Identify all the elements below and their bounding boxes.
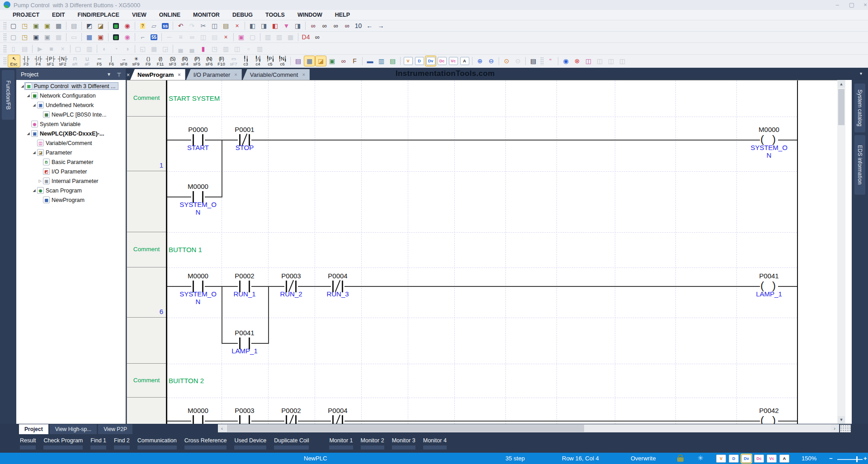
status-view-dc-icon[interactable]: Dc	[754, 455, 764, 463]
insert-line-icon[interactable]: ◨	[259, 21, 269, 31]
rung-margin-cell[interactable]	[127, 398, 166, 424]
rising-edge-button[interactable]: ⊓aR	[69, 55, 81, 67]
module-icon[interactable]: ▢	[247, 32, 258, 42]
dual-monitor-icon[interactable]: ◫	[198, 32, 208, 42]
view-dc-icon[interactable]: Dc	[437, 56, 447, 66]
tab-function-fb[interactable]: Function/FB	[2, 70, 14, 120]
zoom-in-icon[interactable]: ⊕	[475, 56, 485, 66]
output-tab-communication[interactable]: Communication	[137, 437, 177, 450]
bottom-tab-view-p2p[interactable]: View P2P	[98, 424, 132, 434]
comment-bubble-icon[interactable]: “	[545, 56, 556, 66]
slot-a-icon[interactable]: ▥	[263, 32, 273, 42]
reset-coil-button[interactable]: (R)sF4	[179, 55, 191, 67]
tree-expander-icon[interactable]: ▷	[38, 179, 42, 183]
bottom-tab-view-high-sp[interactable]: View High-sp...	[50, 424, 97, 434]
select-mode-button[interactable]: ↖Esc	[8, 55, 20, 67]
tree-item-basic-parameter[interactable]: BBasic Parameter	[16, 157, 126, 167]
open-2-icon[interactable]: ◳	[19, 32, 30, 42]
minimize-button[interactable]: –	[832, 1, 843, 8]
error-check-icon[interactable]: ⊗	[572, 56, 582, 66]
help-icon[interactable]: ?	[137, 21, 148, 31]
status-view-a-icon[interactable]: A	[779, 455, 789, 463]
find-pointer-icon[interactable]: ⊙	[501, 56, 512, 66]
vertical-scrollbar[interactable]: ▲ ▼	[837, 80, 845, 424]
horizontal-line-button[interactable]: ─F5	[94, 55, 105, 67]
compare-contact-1-button[interactable]: ╿╽c3	[240, 55, 252, 67]
output-tab-duplicate-coil[interactable]: Duplicate Coil	[274, 437, 309, 450]
cabinet-icon[interactable]: ▥	[221, 44, 231, 54]
doc-tab-variable-comment[interactable]: Variable/Comment×	[243, 69, 310, 80]
rung-comment-text[interactable]: BUTTON 1	[169, 246, 202, 253]
monitor-list-icon[interactable]: ▤	[528, 56, 538, 66]
flash-write-icon[interactable]: ◱	[137, 44, 148, 54]
tree-item-i-o-parameter[interactable]: ◩I/O Parameter	[16, 167, 126, 176]
menu-debug[interactable]: DEBUG	[226, 10, 259, 20]
color-monitor-icon[interactable]: ▦	[111, 21, 121, 31]
rung-margin-cell[interactable]	[127, 171, 166, 232]
output-tab-find-1[interactable]: Find 1	[90, 437, 106, 450]
tree-item-system-variable[interactable]: ◉System Variable	[16, 119, 126, 129]
edit-online-icon[interactable]: ◐	[99, 44, 110, 54]
menu-tools[interactable]: TOOLS	[259, 10, 291, 20]
panel-a-icon[interactable]: ▬	[365, 56, 375, 66]
positive-coil-button[interactable]: (P)sF5	[191, 55, 203, 67]
connection-settings-icon[interactable]: ▤	[19, 44, 30, 54]
horizontal-scroll-thumb[interactable]	[227, 425, 584, 432]
maximize-button[interactable]: ▢	[846, 1, 857, 8]
status-overwrite-mode[interactable]: Overwrite	[631, 455, 656, 462]
close-button[interactable]: ×	[860, 1, 868, 8]
delete-line-icon[interactable]: ◧	[270, 21, 280, 31]
rung-comment-text[interactable]: BUITTON 2	[169, 377, 204, 384]
save-all-icon[interactable]: ▣	[42, 21, 52, 31]
save-2-icon[interactable]: ▣	[31, 32, 41, 42]
scroll-left-icon[interactable]: ‹	[218, 425, 226, 432]
output-tab-check-program[interactable]: Check Program	[43, 437, 83, 450]
doc-tab-newprogram[interactable]: NewProgram×	[130, 69, 185, 80]
copy-pages-icon[interactable]: ▱	[149, 21, 159, 31]
positive-contact-button[interactable]: ┤P├sF1	[45, 55, 57, 67]
bottom-tab-project[interactable]: Project	[19, 424, 48, 434]
clipboard-icon[interactable]: ▤	[69, 21, 79, 31]
run-m-icon[interactable]: ∞	[312, 32, 322, 42]
horizontal-scrollbar[interactable]: ‹ ›	[218, 424, 839, 432]
menu-monitor[interactable]: MONITOR	[187, 10, 226, 20]
open-project-icon[interactable]: ◳	[19, 21, 30, 31]
menu-project[interactable]: PROJECT	[6, 10, 46, 20]
closed-contact-button[interactable]: ┤/├F4	[33, 55, 44, 67]
zoom-in-button[interactable]: +	[863, 455, 867, 462]
status-view-d-icon[interactable]: D	[729, 455, 739, 463]
panel-pin-icon[interactable]: ⊤	[117, 72, 121, 78]
bookmark-set-icon[interactable]: ◫	[583, 56, 594, 66]
tree-expander-icon[interactable]: ◢	[26, 94, 31, 98]
ruler-icon[interactable]: ▤	[387, 56, 398, 66]
compare-contact-4-button[interactable]: ╿N╽c6	[277, 55, 288, 67]
zoom-out-icon[interactable]: ⊖	[486, 56, 496, 66]
stop-icon[interactable]: ■	[46, 44, 57, 54]
find-next-icon[interactable]: ∞	[319, 21, 330, 31]
panel-monitor-icon[interactable]: ◫	[232, 44, 242, 54]
menu-help[interactable]: HELP	[329, 10, 356, 20]
doc-tab-close-icon[interactable]: ×	[302, 72, 305, 77]
output-tab-monitor-1[interactable]: Monitor 1	[329, 437, 353, 450]
copy-2-icon[interactable]: ▤	[209, 32, 220, 42]
print-2-icon[interactable]: ▦	[53, 32, 64, 42]
tree-expander-icon[interactable]: ◢	[32, 103, 37, 107]
ring-2-icon[interactable]: ◉	[122, 32, 132, 42]
check-program-icon[interactable]: ◉	[561, 56, 571, 66]
doc-tab-i-o-parameter[interactable]: I/O Parameter×	[186, 69, 242, 80]
negative-coil-button[interactable]: (N)sF6	[203, 55, 215, 67]
tree-expander-icon[interactable]: ◢	[20, 84, 25, 88]
chart-icon[interactable]: ▦	[111, 32, 121, 42]
write-clock-icon[interactable]: ◔	[111, 44, 121, 54]
tree-expander-icon[interactable]: ◢	[32, 150, 37, 155]
tree-expander-icon[interactable]: ◢	[26, 131, 31, 136]
status-view-vc-icon[interactable]: Vc	[767, 455, 777, 463]
view-a-icon[interactable]: A	[459, 56, 470, 66]
bookmark-clear-icon[interactable]: ◫	[594, 56, 605, 66]
tree-item-internal-parameter[interactable]: ▷▣Internal Parameter	[16, 176, 126, 186]
view-vc-icon[interactable]: Vc	[448, 56, 458, 66]
panel-close-icon[interactable]: ×	[127, 72, 130, 78]
print-icon[interactable]: ▦	[53, 21, 64, 31]
run-icon[interactable]: ▶	[35, 44, 45, 54]
view-dv-icon[interactable]: Dv	[425, 56, 436, 66]
